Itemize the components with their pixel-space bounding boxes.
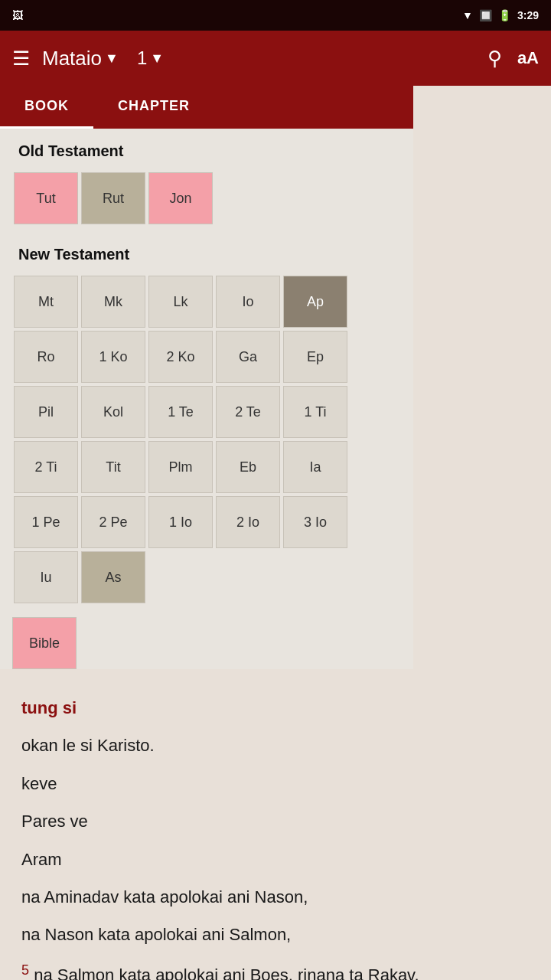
book-1ti[interactable]: 1 Ti: [283, 386, 347, 438]
signal-icon: 🔲: [479, 9, 492, 21]
content-verse4a: na Aminadav kata apolokai ani Nason,: [21, 883, 530, 911]
time-display: 3:29: [517, 9, 539, 21]
book-1te[interactable]: 1 Te: [148, 386, 213, 438]
book-ep[interactable]: Ep: [283, 331, 347, 383]
chapter-dropdown-icon[interactable]: ▼: [150, 51, 164, 67]
verse-num-5: 5: [21, 962, 29, 978]
tab-chapter[interactable]: CHAPTER: [93, 86, 214, 129]
book-eb[interactable]: Eb: [216, 441, 280, 493]
book-2ti[interactable]: 2 Ti: [14, 441, 78, 493]
status-bar: 🖼 ▼ 🔲 🔋 3:29: [0, 0, 551, 31]
book-selector-panel: BOOK CHAPTER Old Testament Tut Rut Jon N…: [0, 86, 413, 669]
search-icon[interactable]: ⚲: [487, 47, 502, 70]
book-title[interactable]: Mataio ▼: [42, 47, 119, 70]
chapter-selector[interactable]: 1 ▼: [137, 47, 164, 69]
book-lk[interactable]: Lk: [148, 276, 213, 328]
book-1pe[interactable]: 1 Pe: [14, 496, 78, 548]
book-2pe[interactable]: 2 Pe: [81, 496, 145, 548]
content-line-keve: keve: [21, 769, 530, 798]
book-tut[interactable]: Tut: [14, 172, 78, 224]
content-verse4b: na Nason kata apolokai ani Salmon,: [21, 920, 530, 949]
book-title-text: Mataio: [42, 47, 102, 70]
content-line-1: tung si: [21, 694, 530, 722]
book-io[interactable]: Io: [216, 276, 280, 328]
book-pil[interactable]: Pil: [14, 386, 78, 438]
book-dropdown-icon[interactable]: ▼: [105, 51, 119, 67]
book-mt[interactable]: Mt: [14, 276, 78, 328]
old-testament-grid: Tut Rut Jon: [0, 168, 413, 232]
old-testament-label: Old Testament: [0, 129, 413, 168]
content-line-2: okan le si Karisto.: [21, 731, 530, 760]
content-line-pares: Pares ve: [21, 807, 530, 835]
menu-icon[interactable]: ☰: [12, 47, 30, 70]
new-testament-label: New Testament: [0, 232, 413, 271]
font-size-icon[interactable]: aA: [517, 48, 539, 68]
status-icons-left: 🖼: [12, 9, 23, 21]
new-testament-grid: Mt Mk Lk Io Ap Ro 1 Ko 2 Ko Ga Ep Pil Ko…: [0, 271, 413, 611]
status-icons-right: ▼ 🔲 🔋 3:29: [462, 9, 539, 21]
book-mk[interactable]: Mk: [81, 276, 145, 328]
main-content: tung si okan le si Karisto. keve Pares v…: [0, 681, 551, 980]
book-plm[interactable]: Plm: [148, 441, 213, 493]
book-2io[interactable]: 2 Io: [216, 496, 280, 548]
book-jon[interactable]: Jon: [148, 172, 213, 224]
book-2te[interactable]: 2 Te: [216, 386, 280, 438]
battery-icon: 🔋: [498, 9, 511, 21]
book-2ko[interactable]: 2 Ko: [148, 331, 213, 383]
book-ga[interactable]: Ga: [216, 331, 280, 383]
book-ia[interactable]: Ia: [283, 441, 347, 493]
wifi-icon: ▼: [462, 9, 473, 21]
nav-bar: ☰ Mataio ▼ 1 ▼ ⚲ aA: [0, 31, 551, 86]
chapter-num: 1: [137, 47, 147, 69]
book-kol[interactable]: Kol: [81, 386, 145, 438]
content-verse5: 5 na Salmon kata apolokai ani Boes, rina…: [21, 959, 530, 980]
book-1ko[interactable]: 1 Ko: [81, 331, 145, 383]
book-iu[interactable]: Iu: [14, 551, 78, 603]
book-1io[interactable]: 1 Io: [148, 496, 213, 548]
book-as[interactable]: As: [81, 551, 145, 603]
tab-book[interactable]: BOOK: [0, 86, 93, 129]
tab-bar: BOOK CHAPTER: [0, 86, 413, 129]
image-icon: 🖼: [12, 9, 23, 21]
nav-right: ⚲ aA: [487, 47, 539, 70]
partial-red-text: tung si: [21, 698, 77, 717]
nav-left: ☰ Mataio ▼ 1 ▼: [12, 47, 164, 70]
book-ro[interactable]: Ro: [14, 331, 78, 383]
book-3io[interactable]: 3 Io: [283, 496, 347, 548]
bible-button[interactable]: Bible: [12, 617, 77, 669]
book-tit[interactable]: Tit: [81, 441, 145, 493]
book-ap[interactable]: Ap: [283, 276, 347, 328]
content-line-aram: Aram: [21, 845, 530, 874]
book-rut[interactable]: Rut: [81, 172, 145, 224]
